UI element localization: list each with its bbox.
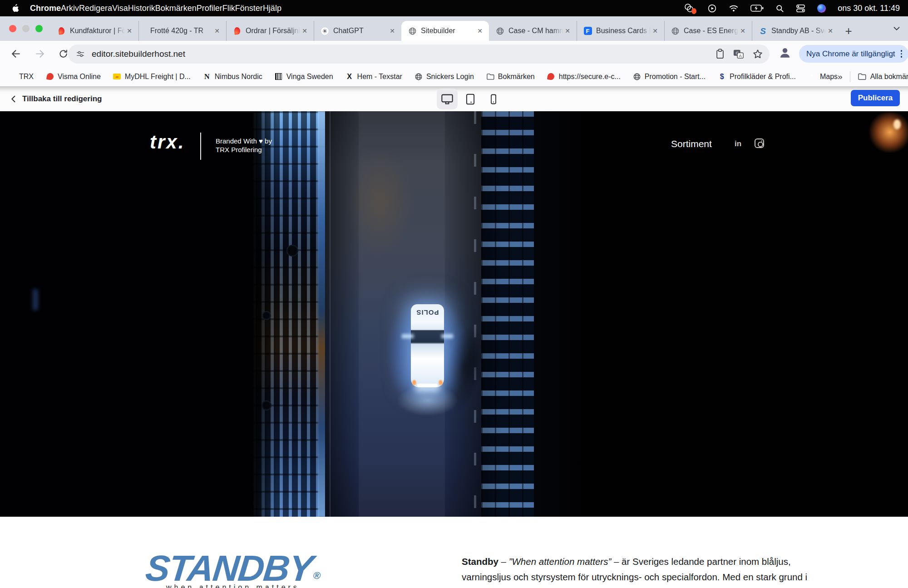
tab-search-chevron-icon[interactable] — [892, 16, 902, 41]
menu-item[interactable]: Profiler — [197, 4, 222, 13]
tab-title: Case - CM hamm — [508, 27, 563, 35]
bookmark-item[interactable]: Vinga Sweden — [275, 73, 333, 81]
browser-tab[interactable]: ✳ F S Case - ES Energy ✕ — [664, 21, 752, 41]
tab-close-icon[interactable]: ✕ — [125, 26, 134, 35]
chrome-update-chip[interactable]: Nya Chrome är tillgängligt — [799, 45, 908, 63]
profile-avatar-icon[interactable] — [778, 46, 792, 59]
screen-mirroring-icon[interactable] — [684, 3, 696, 13]
linkedin-icon[interactable]: in — [735, 139, 741, 148]
dhl-icon — [113, 74, 121, 79]
light-streak — [33, 289, 38, 310]
spotlight-search-icon[interactable] — [775, 4, 784, 13]
browser-tab[interactable]: ✳ F S Kundfakturor | Fö ✕ — [51, 21, 138, 41]
apple-menu-icon[interactable] — [12, 4, 20, 13]
bookmarks-bar: TRX Visma Online — [0, 67, 908, 86]
chip-menu-dots-icon[interactable] — [900, 49, 903, 59]
translate-icon[interactable]: GA — [733, 49, 744, 59]
tab-list: ✳ F S Kundfakturor | Fö ✕ ✳ F S — [51, 16, 858, 41]
publish-button[interactable]: Publicera — [851, 90, 900, 106]
bookmark-favicon — [275, 73, 283, 81]
bookmark-item[interactable]: Maps — [808, 73, 838, 81]
back-icon[interactable] — [8, 46, 24, 62]
bookmark-favicon — [808, 73, 816, 81]
browser-tab[interactable]: ✳ F S Frotté 420g - TR ✕ — [138, 21, 226, 41]
control-center-icon[interactable] — [796, 4, 805, 13]
bookmark-item[interactable]: Promotion - Start... — [633, 73, 706, 81]
clipboard-icon[interactable] — [715, 49, 725, 59]
site-header: trx. Branded With ♥ by TRX Profilering S… — [0, 111, 908, 175]
zoom-window-button[interactable] — [35, 25, 43, 32]
bookmarks-overflow-chevron[interactable]: » — [838, 72, 843, 82]
front-light — [412, 380, 416, 385]
bookmark-item[interactable]: Profilkläder & Profi... — [718, 73, 796, 81]
tablet-preview-button[interactable] — [460, 89, 481, 109]
tab-close-icon[interactable]: ✕ — [826, 26, 835, 35]
new-tab-button[interactable]: + — [839, 21, 858, 41]
bookmark-favicon — [46, 73, 54, 81]
tab-close-icon[interactable]: ✕ — [563, 26, 572, 35]
mobile-preview-button[interactable] — [483, 89, 504, 109]
bookmark-label: TRX — [19, 73, 34, 81]
tab-favicon: ✳ F S — [233, 27, 242, 35]
nav-sortiment[interactable]: Sortiment — [671, 138, 712, 149]
url-text[interactable]: editor.sitebuilderhost.net — [92, 49, 715, 59]
menu-item[interactable]: Historik — [128, 4, 155, 13]
menu-item[interactable]: Hjälp — [263, 4, 281, 13]
menu-item[interactable]: Fönster — [235, 4, 263, 13]
bookmark-favicon — [718, 73, 726, 81]
instagram-icon[interactable] — [755, 138, 764, 148]
menu-item[interactable]: Visa — [112, 4, 128, 13]
tab-title: Standby AB - Sve — [771, 27, 826, 35]
omnibox[interactable]: editor.sitebuilderhost.net GA — [68, 44, 770, 64]
trx-logo[interactable]: trx. — [150, 131, 185, 153]
tab-close-icon[interactable]: ✕ — [475, 26, 484, 35]
bookmark-item[interactable]: Hem - Texstar — [345, 73, 402, 81]
tab-close-icon[interactable]: ✕ — [212, 26, 222, 35]
bookmark-star-icon[interactable] — [752, 49, 763, 59]
tab-close-icon[interactable]: ✕ — [388, 26, 397, 35]
menu-item[interactable]: Bokmärken — [155, 4, 197, 13]
menu-item[interactable]: Flik — [222, 4, 235, 13]
tab-close-icon[interactable]: ✕ — [300, 26, 309, 35]
tablet-icon — [464, 93, 476, 105]
site-settings-icon[interactable] — [75, 49, 85, 59]
all-bookmarks-button[interactable]: Alla bokmärken — [858, 73, 908, 81]
sitebuilder-toolbar: Tillbaka till redigering Publicera — [0, 86, 908, 111]
media-play-icon[interactable] — [707, 4, 717, 13]
bookmark-favicon — [113, 73, 121, 81]
f-badge-icon: F — [584, 27, 592, 35]
menu-item[interactable]: Arkiv — [61, 4, 79, 13]
desktop-preview-button[interactable] — [437, 89, 458, 109]
bookmark-item[interactable]: Visma Online — [46, 73, 101, 81]
menu-bar-clock[interactable]: ons 30 okt. 11:49 — [838, 4, 900, 13]
browser-tab[interactable]: ✳ F S Business Cards N ✕ — [577, 21, 664, 41]
polis-text: POLIS — [411, 309, 444, 316]
tab-close-icon[interactable]: ✕ — [651, 26, 660, 35]
browser-tab[interactable]: ✳ F S Sitebuilder ✕ — [401, 21, 489, 41]
about-bold: Standby — [462, 556, 498, 567]
siri-icon[interactable] — [817, 4, 826, 13]
bookmark-item[interactable]: Snickers Login — [415, 73, 474, 81]
menu-item[interactable]: Chrome — [30, 4, 61, 13]
bookmark-item[interactable]: Nimbus Nordic — [203, 73, 262, 81]
desktop-icon — [441, 93, 454, 105]
menu-item[interactable]: Redigera — [79, 4, 112, 13]
browser-tab[interactable]: ✳ F S Standby AB - Sve ✕ — [752, 21, 839, 41]
tab-title: Frotté 420g - TR — [150, 27, 212, 35]
browser-tab[interactable]: ✳ F S Case - CM hamm ✕ — [489, 21, 577, 41]
back-to-editing-label: Tillbaka till redigering — [22, 94, 102, 104]
minimize-window-button[interactable] — [22, 25, 30, 32]
bookmark-item[interactable]: Bokmärken — [486, 73, 535, 81]
forward-icon[interactable] — [32, 46, 47, 62]
browser-tab[interactable]: ✳ F S Ordrar | Försäljni ✕ — [226, 21, 314, 41]
tab-title: Case - ES Energy — [684, 27, 738, 35]
tab-close-icon[interactable]: ✕ — [738, 26, 747, 35]
browser-tab[interactable]: ✳ F S ChatGPT ✕ — [314, 21, 401, 41]
red-logo-icon — [46, 73, 54, 80]
bookmark-item[interactable]: https://secure.e-c... — [547, 73, 621, 81]
back-to-editing-button[interactable]: Tillbaka till redigering — [9, 86, 102, 111]
bookmark-item[interactable]: TRX — [19, 73, 34, 81]
bookmark-item[interactable]: MyDHL Freight | D... — [113, 73, 191, 81]
wifi-icon[interactable] — [729, 4, 739, 12]
close-window-button[interactable] — [9, 25, 16, 32]
